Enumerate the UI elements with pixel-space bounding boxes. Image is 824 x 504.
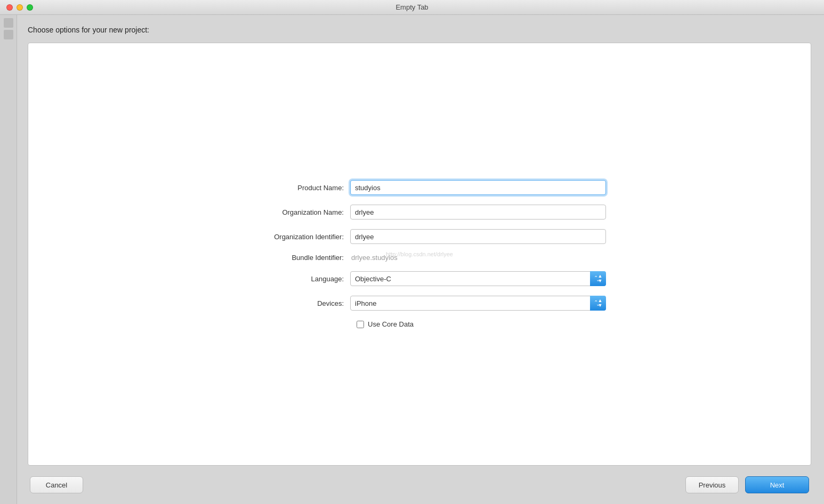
- organization-name-input[interactable]: [350, 205, 606, 220]
- devices-row: Devices: iPhone iPad Universal ▲ ▼: [233, 296, 606, 311]
- window-controls: [6, 4, 33, 11]
- window-title: Empty Tab: [395, 3, 428, 11]
- bundle-identifier-label: Bundle Identifier:: [233, 254, 350, 262]
- language-select-wrapper: Objective-C Swift ▲ ▼: [350, 271, 606, 286]
- product-name-label: Product Name:: [233, 184, 350, 192]
- organization-name-label: Organization Name:: [233, 208, 350, 216]
- bundle-identifier-row: Bundle Identifier: drlyee.studyios: [233, 254, 606, 262]
- next-button[interactable]: Next: [745, 476, 809, 493]
- organization-identifier-row: Organization Identifier:: [233, 229, 606, 244]
- organization-identifier-input[interactable]: [350, 229, 606, 244]
- close-button[interactable]: [6, 4, 13, 11]
- minimize-button[interactable]: [17, 4, 23, 11]
- devices-select[interactable]: iPhone iPad Universal: [350, 296, 606, 311]
- product-name-row: Product Name:: [233, 180, 606, 195]
- page-heading: Choose options for your new project:: [28, 26, 811, 34]
- organization-identifier-label: Organization Identifier:: [233, 233, 350, 241]
- maximize-button[interactable]: [27, 4, 33, 11]
- main-content: Choose options for your new project: htt…: [17, 15, 824, 504]
- language-select[interactable]: Objective-C Swift: [350, 271, 606, 286]
- devices-label: Devices:: [233, 299, 350, 307]
- core-data-checkbox[interactable]: [357, 321, 364, 328]
- product-name-input[interactable]: [350, 180, 606, 195]
- bottom-bar: Cancel Previous Next: [28, 476, 811, 493]
- language-label: Language:: [233, 275, 350, 283]
- bundle-identifier-value: drlyee.studyios: [350, 254, 606, 262]
- previous-button[interactable]: Previous: [685, 476, 739, 493]
- form-panel: http://blog.csdn.net/drlyee Product Name…: [28, 43, 811, 466]
- sidebar-strip: [0, 15, 17, 504]
- sidebar-icon-1: [4, 18, 13, 28]
- right-buttons: Previous Next: [685, 476, 809, 493]
- organization-name-row: Organization Name:: [233, 205, 606, 220]
- core-data-row: Use Core Data: [233, 320, 606, 328]
- language-row: Language: Objective-C Swift ▲ ▼: [233, 271, 606, 286]
- cancel-button[interactable]: Cancel: [30, 476, 83, 493]
- devices-select-wrapper: iPhone iPad Universal ▲ ▼: [350, 296, 606, 311]
- core-data-label[interactable]: Use Core Data: [368, 320, 414, 328]
- form-inner: Product Name: Organization Name: Organiz…: [233, 180, 606, 328]
- sidebar-icon-2: [4, 30, 13, 39]
- title-bar: Empty Tab: [0, 0, 824, 15]
